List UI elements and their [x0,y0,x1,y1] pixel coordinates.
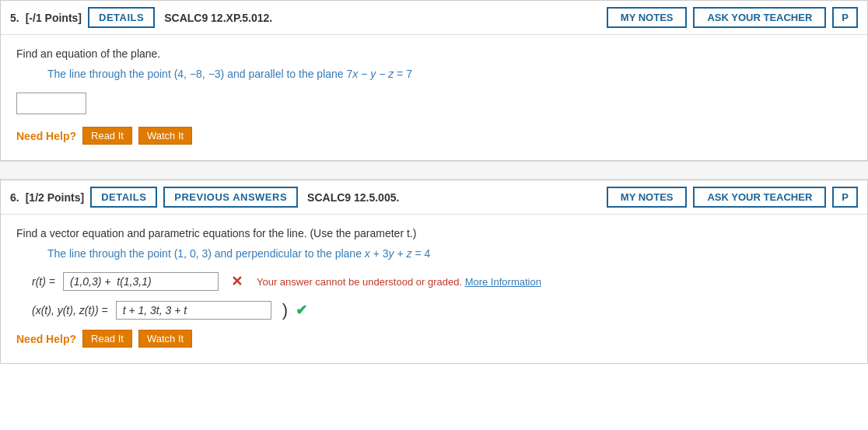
problem-5-watch-it-button[interactable]: Watch It [138,127,192,145]
problem-6-body: Find a vector equation and parametric eq… [1,215,867,363]
problem-6-details-button[interactable]: DETAILS [90,187,157,208]
problem-5-need-help-label: Need Help? [16,130,76,142]
problem-6-r-row: r(t) = (1,0,3) + t(1,3,1) ✕ Your answer … [16,272,852,291]
problem-6-instruction: Find a vector equation and parametric eq… [16,227,852,239]
problem-6-description: The line through the point (1, 0, 3) and… [16,247,852,260]
problem-6-need-help: Need Help? Read It Watch It [16,330,852,348]
problem-5-ask-teacher-button[interactable]: ASK YOUR TEACHER [693,7,826,28]
problem-6-param-row: (x(t), y(t), z(t)) = t + 1, 3t, 3 + t ) … [16,300,852,320]
problem-5-answer-input[interactable] [16,93,86,114]
problem-6-prev-answers-button[interactable]: PREVIOUS ANSWERS [163,187,298,208]
separator [0,161,868,180]
problem-6-ask-teacher-button[interactable]: ASK YOUR TEACHER [693,187,826,208]
problem-5-body: Find an equation of the plane. The line … [1,35,867,160]
problem-6-r-input-display: (1,0,3) + t(1,3,1) [63,272,219,291]
problem-6-my-notes-button[interactable]: MY NOTES [607,187,688,208]
problem-5-points: [-/1 Points] [26,12,82,24]
problem-6-param-label: (x(t), y(t), z(t)) = [32,304,108,316]
problem-6-r-error-icon: ✕ [231,273,243,290]
problem-5-number: 5. [10,12,19,24]
problem-5-my-notes-button[interactable]: MY NOTES [607,7,688,28]
problem-6-need-help-label: Need Help? [16,333,76,345]
problem-6-param-input-display: t + 1, 3t, 3 + t [116,301,271,320]
problem-6-check-icon: ✔ [296,302,307,319]
problem-6-block: 6. [1/2 Points] DETAILS PREVIOUS ANSWERS… [0,180,868,364]
problem-6-more-info-link[interactable]: More Information [465,276,541,288]
problem-6-paren-right: ) [282,300,288,320]
problem-6-code: SCALC9 12.5.005. [307,191,399,204]
problem-6-error-msg: Your answer cannot be understood or grad… [257,276,541,288]
problem-5-block: 5. [-/1 Points] DETAILS SCALC9 12.XP.5.0… [0,0,868,161]
problem-5-p-button[interactable]: P [832,7,858,28]
problem-5-instruction: Find an equation of the plane. [16,47,852,60]
problem-6-p-button[interactable]: P [832,187,858,208]
problem-5-need-help: Need Help? Read It Watch It [16,127,852,145]
problem-6-number: 6. [10,191,19,204]
problem-5-header: 5. [-/1 Points] DETAILS SCALC9 12.XP.5.0… [1,1,867,35]
problem-6-points: [1/2 Points] [26,191,84,204]
problem-5-description: The line through the point (4, −8, −3) a… [16,68,852,80]
problem-6-watch-it-button[interactable]: Watch It [138,330,192,348]
problem-5-details-button[interactable]: DETAILS [88,7,155,28]
problem-5-read-it-button[interactable]: Read It [82,127,132,145]
problem-6-read-it-button[interactable]: Read It [82,330,132,348]
problem-6-r-label: r(t) = [32,275,55,288]
problem-6-header: 6. [1/2 Points] DETAILS PREVIOUS ANSWERS… [1,180,867,215]
problem-5-code: SCALC9 12.XP.5.012. [164,12,272,24]
